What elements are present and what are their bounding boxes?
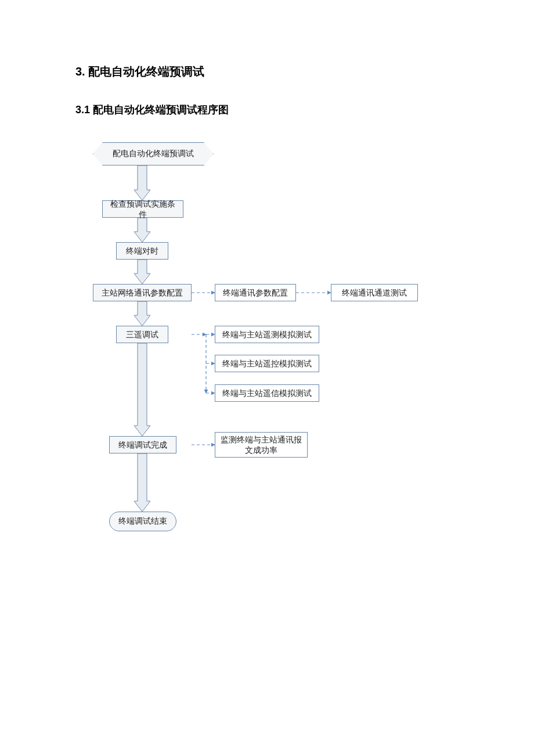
node-term-param-label: 终端通讯参数配置 (223, 287, 288, 298)
node-term-chan: 终端通讯通道测试 (331, 284, 418, 301)
node-yaoce-label: 终端与主站遥测模拟测试 (222, 329, 312, 340)
node-term-param: 终端通讯参数配置 (215, 284, 296, 301)
node-sync-label: 终端对时 (126, 246, 158, 256)
node-sanyao-label: 三遥调试 (126, 329, 158, 340)
node-yaoxin: 终端与主站遥信模拟测试 (215, 384, 319, 402)
node-yaoxin-label: 终端与主站遥信模拟测试 (222, 388, 312, 398)
node-done: 终端调试完成 (109, 436, 176, 453)
node-monitor: 监测终端与主站通讯报文成功率 (215, 432, 308, 458)
node-start-label: 配电自动化终端预调试 (113, 149, 194, 159)
section-title: 3.1 配电自动化终端预调试程序图 (75, 103, 459, 117)
node-yaoce: 终端与主站遥测模拟测试 (215, 326, 319, 343)
page-title: 3. 配电自动化终端预调试 (75, 64, 459, 80)
node-master-net: 主站网络通讯参数配置 (93, 284, 192, 301)
node-master-net-label: 主站网络通讯参数配置 (102, 287, 183, 298)
node-end-label: 终端调试结束 (118, 516, 167, 527)
flowchart: 配电自动化终端预调试 检查预调试实施条件 终端对时 主站网络通讯参数配置 终端通… (93, 140, 476, 546)
node-sanyao: 三遥调试 (116, 326, 168, 343)
node-monitor-label: 监测终端与主站通讯报文成功率 (220, 434, 302, 455)
node-term-chan-label: 终端通讯通道测试 (342, 287, 407, 298)
node-end-terminator: 终端调试结束 (109, 512, 176, 531)
node-check-label: 检查预调试实施条件 (107, 199, 178, 219)
node-yaokong-label: 终端与主站遥控模拟测试 (222, 358, 312, 369)
node-sync: 终端对时 (116, 242, 168, 260)
node-start-hexagon: 配电自动化终端预调试 (93, 142, 214, 165)
node-done-label: 终端调试完成 (118, 440, 167, 450)
node-yaokong: 终端与主站遥控模拟测试 (215, 355, 319, 372)
node-check: 检查预调试实施条件 (102, 200, 183, 218)
